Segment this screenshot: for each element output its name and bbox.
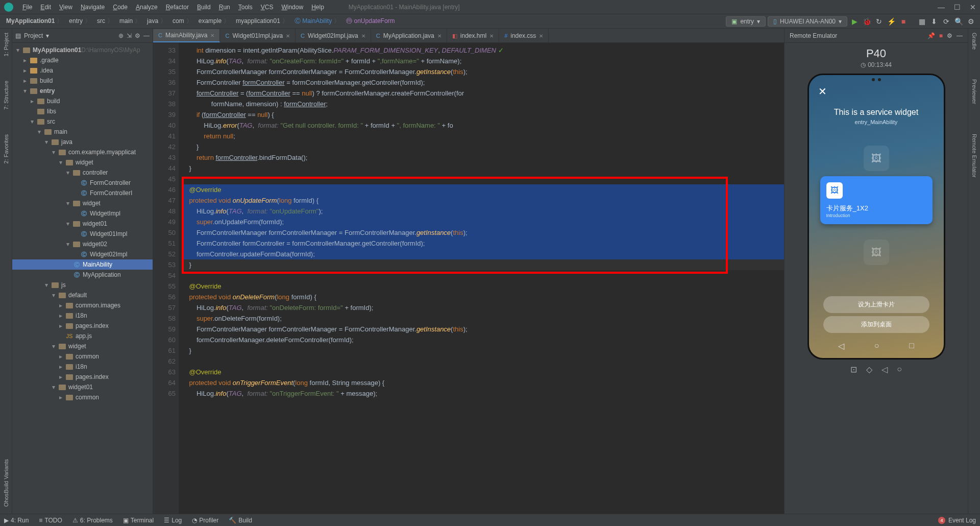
project-tree[interactable]: ▾MyApplication01 D:\HarmonyOS\MyAp▸.grad…: [12, 43, 153, 514]
tree-node[interactable]: ▾widget01: [12, 219, 153, 229]
tree-node[interactable]: ⒸWidgetImpl: [12, 208, 153, 219]
tab-todo[interactable]: ≡ TODO: [39, 517, 62, 524]
tab-problems[interactable]: ⚠ 6: Problems: [72, 517, 113, 524]
profile-icon[interactable]: ⚡: [886, 16, 896, 27]
tree-node[interactable]: ▸i18n: [12, 310, 153, 321]
menu-help[interactable]: Help: [307, 4, 328, 11]
emu-screenshot-icon[interactable]: ⊡: [850, 365, 857, 374]
tree-node[interactable]: ▾widget02: [12, 239, 153, 249]
menu-refactor[interactable]: Refactor: [162, 4, 193, 11]
tree-node[interactable]: ▾main: [12, 127, 153, 137]
stop-icon[interactable]: ■: [898, 16, 909, 27]
tree-node[interactable]: ▾MyApplication01 D:\HarmonyOS\MyAp: [12, 45, 153, 55]
editor-tab[interactable]: CWidget01Impl.java✕: [220, 29, 296, 42]
tree-node[interactable]: ▸build: [12, 96, 153, 106]
add-to-desktop-button[interactable]: 添加到桌面: [823, 316, 929, 333]
collapse-all-icon[interactable]: ⇲: [127, 32, 132, 39]
tree-node[interactable]: ▸build: [12, 76, 153, 86]
search-icon[interactable]: 🔍: [953, 16, 964, 27]
tree-node[interactable]: ⒸWidget01Impl: [12, 229, 153, 239]
tree-node[interactable]: ▾entry: [12, 86, 153, 96]
project-panel-title[interactable]: Project: [24, 32, 43, 39]
nav-home-icon[interactable]: ○: [874, 341, 879, 351]
tree-node[interactable]: JSapp.js: [12, 331, 153, 341]
tree-node[interactable]: ⒸMyApplication: [12, 270, 153, 280]
tab-run[interactable]: ▶ 4: Run: [4, 517, 29, 524]
tree-node[interactable]: ⒸFormControllerI: [12, 188, 153, 198]
tab-gradle[interactable]: Gradle: [971, 31, 977, 52]
menu-edit[interactable]: Edit: [36, 4, 55, 11]
emulator-settings-icon[interactable]: ⚙: [947, 32, 952, 39]
editor-tab[interactable]: CMainAbility.java✕: [153, 29, 220, 42]
hide-panel-icon[interactable]: —: [143, 32, 150, 39]
stop-emulator-icon[interactable]: ■: [939, 32, 943, 39]
tab-build-variants[interactable]: OhosBuild Variants: [3, 457, 9, 509]
tree-node[interactable]: ▸i18n: [12, 362, 153, 372]
tab-project[interactable]: 1: Project: [3, 31, 9, 58]
tab-favorites[interactable]: 2: Favorites: [3, 132, 9, 165]
menu-vcs[interactable]: VCS: [257, 4, 278, 11]
tree-node[interactable]: ⒸMainAbility: [12, 259, 153, 270]
tree-node[interactable]: ▾js: [12, 280, 153, 290]
event-log-button[interactable]: Event Log: [948, 517, 976, 524]
menu-code[interactable]: Code: [109, 4, 132, 11]
tab-build[interactable]: 🔨 Build: [229, 517, 252, 524]
tree-node[interactable]: ▾widget01: [12, 382, 153, 392]
editor-tab[interactable]: ◧index.hml✕: [447, 29, 499, 42]
tab-terminal[interactable]: ▣ Terminal: [123, 517, 154, 524]
widget-card[interactable]: 🖼 卡片服务_1X2 Introduction: [820, 176, 933, 224]
editor-tab[interactable]: CWidget02Impl.java✕: [296, 29, 371, 42]
tab-remote-emulator[interactable]: Remote Emulator: [971, 132, 977, 180]
breadcrumb-method[interactable]: ⓜ onUpdateForm: [344, 17, 397, 26]
run-icon[interactable]: ▶: [849, 16, 860, 27]
menu-build[interactable]: Build: [193, 4, 215, 11]
close-window-icon[interactable]: ✕: [970, 3, 976, 11]
scroll-from-source-icon[interactable]: ⊕: [118, 32, 124, 39]
run-config-dropdown[interactable]: ▣entry▾: [726, 16, 766, 27]
tree-node[interactable]: ▾default: [12, 290, 153, 300]
tree-node[interactable]: ⒸWidget02Impl: [12, 249, 153, 259]
breadcrumb-item[interactable]: java〉: [145, 17, 170, 26]
breadcrumb-item[interactable]: MyApplication01〉: [4, 17, 67, 26]
panel-settings-icon[interactable]: ⚙: [135, 32, 140, 39]
tab-previewer[interactable]: Previewer: [971, 77, 977, 106]
menu-view[interactable]: View: [55, 4, 77, 11]
tree-node[interactable]: ▾controller: [12, 168, 153, 178]
tree-node[interactable]: ▾widget: [12, 157, 153, 168]
tab-profiler[interactable]: ◔ Profiler: [192, 517, 218, 524]
menu-file[interactable]: File: [18, 4, 36, 11]
breadcrumb-item[interactable]: entry〉: [67, 17, 95, 26]
breadcrumb-item[interactable]: com〉: [170, 17, 197, 26]
tree-node[interactable]: ▸common: [12, 351, 153, 362]
emu-home-icon[interactable]: ○: [897, 365, 902, 374]
tree-node[interactable]: libs: [12, 106, 153, 116]
hide-emulator-icon[interactable]: —: [957, 32, 963, 39]
editor-tab[interactable]: CMyApplication.java✕: [371, 29, 447, 42]
settings-icon[interactable]: ⚙: [966, 16, 976, 27]
breadcrumb-class[interactable]: Ⓒ MainAbility〉: [292, 17, 344, 26]
avd-icon[interactable]: ▦: [917, 16, 927, 27]
tree-node[interactable]: ⒸFormController: [12, 178, 153, 188]
tab-structure[interactable]: 7: Structure: [3, 79, 9, 112]
tree-node[interactable]: ▸common: [12, 392, 153, 402]
code-editor[interactable]: int dimension = intent.getIntParam(Abili…: [179, 43, 784, 514]
pin-icon[interactable]: 📌: [927, 32, 935, 39]
tree-node[interactable]: ▾src: [12, 116, 153, 127]
device-dropdown[interactable]: ▯HUAWEI ANA-AN00▾: [768, 16, 847, 27]
tab-log[interactable]: ☰ Log: [164, 517, 182, 524]
minimize-icon[interactable]: —: [938, 3, 945, 11]
debug-icon[interactable]: 🐞: [862, 16, 872, 27]
widget-close-icon[interactable]: ✕: [818, 85, 940, 98]
tree-node[interactable]: ▸pages.index: [12, 372, 153, 382]
breadcrumb-item[interactable]: main〉: [117, 17, 145, 26]
emu-rotate-icon[interactable]: ◇: [866, 365, 872, 374]
sdk-icon[interactable]: ⬇: [929, 16, 939, 27]
nav-back-icon[interactable]: ◁: [838, 341, 844, 351]
tree-node[interactable]: ▸common.images: [12, 300, 153, 310]
breadcrumb-item[interactable]: src〉: [95, 17, 117, 26]
tree-node[interactable]: ▾com.example.myapplicat: [12, 147, 153, 157]
tree-node[interactable]: ▸pages.index: [12, 321, 153, 331]
editor-tab[interactable]: #index.css✕: [499, 29, 549, 42]
tree-node[interactable]: ▾widget: [12, 341, 153, 351]
tree-node[interactable]: ▾java: [12, 137, 153, 147]
